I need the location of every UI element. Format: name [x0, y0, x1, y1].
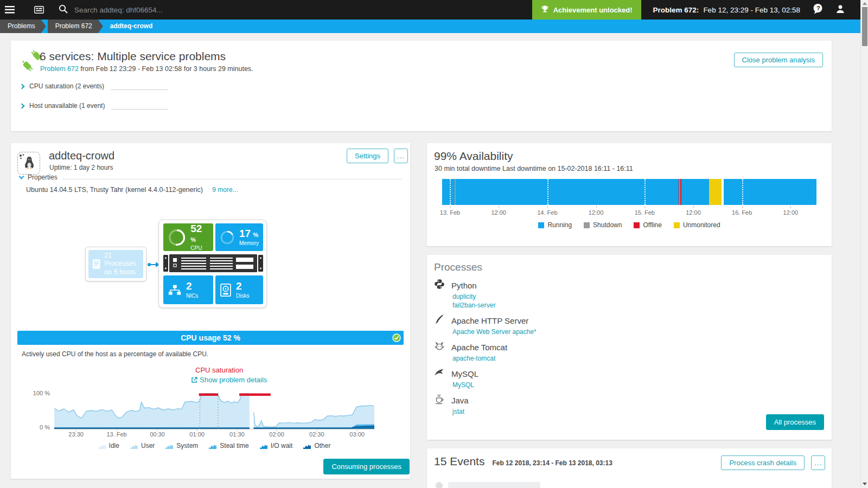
x-tick-mark [790, 206, 791, 208]
cpu-tile[interactable]: 52 % CPU [163, 223, 213, 251]
topbar-problem-timeframe[interactable]: Problem 672:Feb 12, 23:29 - Feb 13, 02:5… [653, 6, 800, 14]
availability-timeline[interactable] [442, 179, 816, 205]
process-links: apache-tomcat [452, 355, 537, 363]
process-name: Apache Tomcat [451, 343, 507, 352]
breadcrumb-problems[interactable]: Problems [0, 20, 46, 33]
arrow-icon [148, 262, 159, 267]
x-tick-mark [547, 206, 548, 208]
timeline-segment-running [442, 179, 455, 205]
cpu-usage-title: CPU usage 52 % [181, 333, 240, 342]
show-problem-details-label: Show problem details [200, 376, 267, 384]
process-item: MySQLMySQL [434, 366, 537, 389]
availability-subtitle: 30 min total downtime Last downtime on 1… [435, 165, 633, 172]
events-more-button[interactable]: ... [811, 455, 825, 470]
legend-area-glyph [98, 443, 106, 449]
process-links: MySQL [452, 381, 537, 389]
disks-tile[interactable]: 2 Disks [215, 275, 263, 304]
x-tick-label: 13. Feb [106, 431, 126, 438]
problem-672-link[interactable]: Problem 672 [40, 65, 79, 73]
more-properties-link[interactable]: 9 more... [212, 186, 238, 194]
x-tick-label: 01:00 [189, 431, 205, 438]
process-name: Apache HTTP Server [451, 316, 528, 325]
menu-icon[interactable] [0, 0, 20, 20]
scroll-down-icon[interactable] [863, 483, 867, 485]
process-crash-details-button[interactable]: Process crash details [721, 455, 805, 470]
legend-item: Idle [98, 442, 119, 450]
close-problem-analysis-button[interactable]: Close problem analysis [734, 53, 823, 67]
legend-label: Offline [643, 221, 661, 229]
cpu-usage-chart[interactable] [54, 393, 374, 433]
x-tick-label: 15. Feb [635, 209, 655, 216]
scrollbar-thumb[interactable] [862, 7, 867, 46]
process-name-row[interactable]: Apache Tomcat [434, 339, 537, 355]
cpu-chart-x-axis: 23:3013. Feb00:3001:0001:3002:0002:3003:… [54, 431, 374, 439]
search-bar [59, 4, 237, 16]
show-problem-details-link[interactable]: Show problem details [191, 376, 267, 384]
vertical-scrollbar[interactable] [860, 0, 868, 488]
host-more-button[interactable]: ... [394, 149, 408, 163]
legend-area-glyph [260, 443, 267, 449]
breadcrumb-current: addteq-crowd [105, 20, 164, 33]
y-axis-label-min: 0 % [27, 424, 50, 431]
breadcrumb-problem-672[interactable]: Problem 672 [48, 20, 103, 33]
cpu-percent-value: 52 [190, 223, 202, 234]
process-link[interactable]: jstat [452, 408, 537, 416]
legend-label: Idle [109, 442, 119, 450]
problem-label: Problem 672: [653, 6, 699, 14]
disks-count: 2 [236, 280, 242, 292]
x-tick-label: 12:00 [686, 209, 701, 216]
network-icon [168, 284, 182, 296]
user-icon[interactable] [835, 4, 845, 16]
x-tick-label: 12:00 [783, 209, 799, 216]
settings-button[interactable]: Settings [347, 149, 388, 163]
event-expander[interactable]: Host unavailable (1 event) [20, 100, 168, 111]
server-rack-icon [163, 254, 263, 272]
cpu-usage-banner[interactable]: CPU usage 52 % [17, 331, 404, 345]
process-name-row[interactable]: Apache HTTP Server [434, 313, 537, 328]
memory-percent-value: 17 [239, 228, 251, 239]
process-links: duplicityfail2ban-server [452, 293, 537, 310]
process-link[interactable]: Apache Web Server apache* [452, 328, 537, 336]
nics-count: 2 [186, 280, 192, 292]
cpu-saturation-annotation: CPU saturation [195, 366, 243, 374]
availability-legend: RunningShutdownOfflineUnmonitored [427, 221, 832, 229]
legend-label: I/O wait [271, 442, 293, 450]
process-link[interactable]: fail2ban-server [452, 301, 537, 310]
achievement-badge[interactable]: Achievement unlocked! [532, 0, 641, 20]
x-tick-label: 13. Feb [440, 209, 460, 216]
process-link[interactable]: MySQL [452, 381, 537, 389]
problem-subtitle: Problem 672 from Feb 12 23:29 - Feb 13 0… [40, 65, 253, 73]
scroll-up-icon[interactable] [863, 2, 867, 5]
processes-infographic-box[interactable]: 21 Processes on 5 hosts [85, 247, 146, 281]
memory-tile[interactable]: 17 % Memory [215, 223, 263, 251]
consuming-processes-button[interactable]: Consuming processes [323, 459, 410, 474]
day-boundary-mark [644, 179, 646, 205]
x-tick-mark [742, 206, 743, 208]
process-link[interactable]: duplicity [452, 293, 537, 301]
x-tick-label: 02:00 [269, 431, 284, 438]
timeline-segment-running [724, 179, 816, 205]
feedback-chat-icon[interactable]: ? [812, 3, 824, 16]
trophy-icon [541, 5, 549, 15]
process-name-row[interactable]: Python [434, 278, 537, 293]
process-name-row[interactable]: Java [434, 393, 537, 408]
event-expander[interactable]: CPU saturation (2 events) [20, 81, 168, 92]
disks-label: Disks [236, 293, 249, 299]
x-tick-label: 14. Feb [537, 209, 557, 216]
process-link[interactable]: apache-tomcat [452, 355, 537, 363]
process-name-row[interactable]: MySQL [434, 366, 537, 381]
x-tick-label: 12:00 [589, 209, 604, 216]
launchpad-icon[interactable] [29, 0, 49, 20]
x-tick-mark [499, 206, 499, 208]
search-input[interactable] [74, 6, 237, 14]
svg-text:?: ? [816, 5, 820, 11]
all-processes-button[interactable]: All processes [766, 414, 824, 430]
process-list: Pythonduplicityfail2ban-serverApache HTT… [434, 278, 537, 419]
process-icon [92, 258, 101, 271]
external-link-icon [191, 377, 197, 383]
x-tick-label: 01:30 [229, 431, 245, 438]
cpu-chart-legend: IdleUserSystemSteal timeI/O waitOther [54, 442, 374, 450]
search-icon[interactable] [59, 4, 68, 16]
properties-expander[interactable]: Properties [20, 174, 410, 181]
nics-tile[interactable]: 2 NICs [163, 275, 213, 304]
